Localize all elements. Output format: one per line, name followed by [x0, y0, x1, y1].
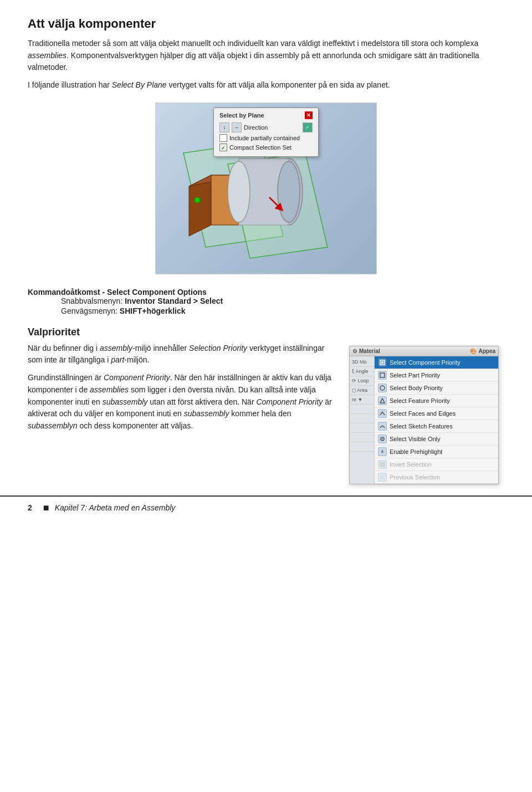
kommando-snabb: Snabbvalsmenyn: Inventor Standard > Sele…	[61, 297, 504, 305]
menu-item-sketch-features[interactable]: Select Sketch Features	[375, 420, 498, 433]
intro-paragraph: Traditionella metoder så som att välja o…	[28, 38, 504, 74]
dialog-include-row: Include partially contained	[219, 134, 313, 142]
svg-point-9	[278, 161, 300, 222]
menu-top-bar: ⚙ Material 🎨 Appea	[350, 346, 498, 356]
svg-rect-19	[380, 462, 385, 467]
valprioritet-p1: När du befinner dig i assembly-miljö inn…	[28, 343, 338, 366]
kommando-genv: Genvägsmenyn: SHIFT+högerklick	[61, 306, 504, 315]
svg-point-18	[382, 438, 383, 440]
menu-item-body-priority[interactable]: Select Body Priority	[375, 382, 498, 395]
include-checkbox[interactable]	[219, 134, 227, 142]
component-priority-icon	[378, 358, 387, 367]
menu-item-part-priority[interactable]: Select Part Priority	[375, 369, 498, 382]
two-col-layout: När du befinner dig i assembly-miljö inn…	[28, 343, 504, 484]
invert-label: Invert Selection	[390, 461, 432, 468]
dialog-close-button[interactable]: ✕	[305, 111, 313, 119]
include-label: Include partially contained	[229, 135, 300, 141]
left-item-empty5	[350, 442, 374, 452]
feature-priority-icon	[378, 396, 387, 405]
menu-screenshot: ⚙ Material 🎨 Appea 3D Mo ξ Angle ⟳ Loop …	[349, 346, 499, 484]
gear-icon: ⚙	[352, 348, 357, 354]
sketch-features-icon	[378, 422, 387, 431]
visible-only-label: Select Visible Only	[390, 436, 441, 442]
menu-left-labels: 3D Mo ξ Angle ⟳ Loop ◻ Area re ▼	[350, 356, 375, 484]
menu-item-faces-edges[interactable]: Select Faces and Edges	[375, 407, 498, 420]
material-label: Material	[359, 348, 380, 354]
page-title: Att välja komponenter	[28, 17, 504, 31]
left-item-angle: ξ Angle	[350, 367, 374, 376]
illustration-paragraph: I följande illustration har Select By Pl…	[28, 79, 504, 91]
menu-items-area: 3D Mo ξ Angle ⟳ Loop ◻ Area re ▼	[350, 356, 498, 484]
menu-item-feature-priority[interactable]: Select Feature Priority	[375, 395, 498, 407]
svg-marker-16	[380, 398, 385, 403]
footer-page-number: 2	[28, 503, 32, 512]
footer-bullet: ■	[43, 502, 49, 514]
illustration-box: Select by Plane ✕ ↕ ↔ Direction ✓ Includ…	[28, 103, 504, 274]
page-content: Att välja komponenter Traditionella meto…	[0, 0, 532, 484]
dialog-compact-row: ✓ Compact Selection Set	[219, 144, 313, 151]
compact-label: Compact Selection Set	[229, 144, 291, 151]
body-priority-label: Select Body Priority	[390, 385, 443, 391]
appear-label: Appea	[478, 348, 495, 354]
kommando-section: Kommandoåtkomst - Select Component Optio…	[28, 288, 504, 315]
svg-point-11	[195, 197, 200, 203]
menu-item-component-priority[interactable]: Select Component Priority	[375, 356, 498, 369]
color-icon: 🎨	[470, 348, 477, 354]
left-item-empty3	[350, 423, 374, 433]
valprioritet-heading: Valprioritet	[28, 326, 504, 338]
dialog-direction-row: ↕ ↔ Direction ✓	[219, 122, 313, 132]
checkmark-icon: ✓	[303, 122, 313, 132]
valprioritet-p2: Grundinställningen är Component Priority…	[28, 372, 338, 432]
menu-item-visible-only[interactable]: Select Visible Only	[375, 433, 498, 446]
left-item-empty4	[350, 433, 374, 442]
menu-item-previous: Previous Selection	[375, 471, 498, 484]
sketch-features-label: Select Sketch Features	[390, 423, 453, 430]
valprioritet-section: Valprioritet När du befinner dig i assem…	[28, 326, 504, 484]
faces-edges-label: Select Faces and Edges	[390, 410, 456, 417]
left-item-re: re ▼	[350, 395, 374, 405]
prehighlight-label: Enable Prehighlight	[390, 448, 442, 455]
body-priority-icon	[378, 384, 387, 392]
dialog-title-text: Select by Plane	[219, 112, 264, 119]
left-item-loop: ⟳ Loop	[350, 376, 374, 386]
invert-icon	[378, 460, 387, 469]
feature-priority-label: Select Feature Priority	[390, 397, 450, 404]
svg-point-8	[228, 161, 250, 222]
illustration-image: Select by Plane ✕ ↕ ↔ Direction ✓ Includ…	[155, 103, 377, 274]
previous-icon	[378, 473, 387, 482]
left-item-empty1	[350, 405, 374, 414]
valprioritet-text: När du befinner dig i assembly-miljö inn…	[28, 343, 338, 484]
component-priority-label: Select Component Priority	[390, 359, 461, 366]
compact-checkbox[interactable]: ✓	[219, 144, 227, 151]
svg-rect-14	[380, 373, 385, 377]
prehighlight-icon	[378, 447, 387, 456]
part-priority-icon	[378, 371, 387, 380]
direction-icon: ↕	[219, 122, 229, 132]
select-by-plane-dialog: Select by Plane ✕ ↕ ↔ Direction ✓ Includ…	[213, 108, 319, 157]
footer-chapter-text: Kapitel 7: Arbeta med en Assembly	[55, 503, 176, 512]
menu-item-invert: Invert Selection	[375, 458, 498, 471]
menu-item-prehighlight[interactable]: Enable Prehighlight	[375, 446, 498, 458]
left-item-area: ◻ Area	[350, 386, 374, 395]
dialog-title-bar: Select by Plane ✕	[219, 111, 313, 119]
previous-label: Previous Selection	[390, 474, 440, 481]
left-item-empty2	[350, 414, 374, 423]
svg-point-15	[380, 386, 385, 390]
svg-rect-13	[381, 361, 383, 364]
page-footer: 2 ■ Kapitel 7: Arbeta med en Assembly	[0, 495, 532, 519]
menu-right-items: Select Component Priority Select Part Pr…	[375, 356, 498, 484]
direction-icon2: ↔	[232, 122, 242, 132]
faces-edges-icon	[378, 409, 387, 418]
menu-screenshot-col: ⚙ Material 🎨 Appea 3D Mo ξ Angle ⟳ Loop …	[349, 343, 504, 484]
kommando-title: Kommandoåtkomst - Select Component Optio…	[28, 288, 207, 297]
visible-only-icon	[378, 435, 387, 443]
part-priority-label: Select Part Priority	[390, 372, 440, 379]
dialog-direction-label: Direction	[244, 124, 268, 131]
left-item-3dmo: 3D Mo	[350, 357, 374, 367]
